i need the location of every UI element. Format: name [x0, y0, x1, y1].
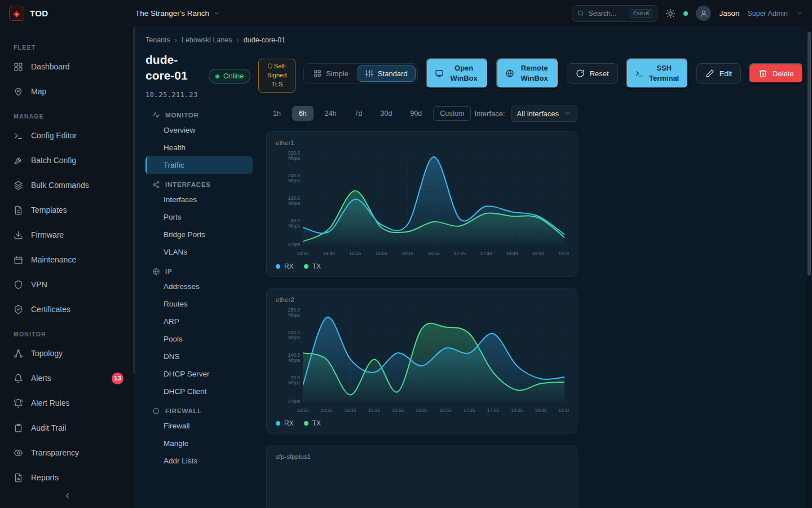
legend-label: RX: [284, 419, 294, 427]
window-scrollbar-thumb[interactable]: [807, 32, 811, 275]
chart-interface-title: sfp-sfpplus1: [276, 453, 568, 460]
sidebar-scrollbar-thumb[interactable]: [133, 27, 135, 374]
clipboard-icon: [14, 423, 23, 433]
svg-text:15:55: 15:55: [392, 408, 404, 413]
badge-check-icon: [14, 305, 23, 314]
delete-button[interactable]: Delete: [749, 63, 804, 84]
subnav-item-vlans[interactable]: VLANs: [145, 243, 253, 261]
subnav-section-interfaces: INTERFACES: [152, 181, 253, 189]
subnav-item-ports[interactable]: Ports: [145, 208, 253, 226]
remote-winbox-button[interactable]: Remote WinBox: [496, 58, 559, 89]
sidebar-item-reports[interactable]: Reports: [0, 465, 135, 490]
sidebar-item-config-editor[interactable]: Config Editor: [0, 123, 135, 148]
time-range-6h[interactable]: 6h: [292, 106, 314, 121]
subnav-item-health[interactable]: Health: [145, 139, 253, 156]
sidebar-item-certificates[interactable]: Certificates: [0, 297, 135, 322]
device-subnav: MONITOROverviewHealthTrafficINTERFACESIn…: [145, 104, 253, 508]
subnav-item-overview[interactable]: Overview: [145, 121, 253, 139]
view-mode-standard[interactable]: Standard: [358, 65, 416, 82]
subnav-item-addr-lists[interactable]: Addr Lists: [145, 452, 253, 470]
breadcrumb-item-lebowski-lanes[interactable]: Lebowski Lanes: [182, 36, 232, 44]
time-range-1h[interactable]: 1h: [266, 106, 288, 121]
sidebar-item-label: Certificates: [31, 305, 70, 314]
tenant-selector[interactable]: The Stranger's Ranch: [135, 9, 220, 17]
reset-button[interactable]: Reset: [567, 63, 618, 84]
svg-text:320.0Mbps: 320.0Mbps: [288, 150, 301, 161]
subnav-item-dhcp-server[interactable]: DHCP Server: [145, 365, 253, 383]
search-input[interactable]: [588, 10, 625, 17]
sidebar-item-label: Bulk Commands: [31, 181, 89, 190]
legend-dot-rx: [276, 264, 280, 269]
svg-text:18:25: 18:25: [511, 408, 523, 413]
subnav-item-pools[interactable]: Pools: [145, 330, 253, 348]
subnav-item-dns[interactable]: DNS: [145, 348, 253, 365]
ssh-terminal-button[interactable]: SSH Terminal: [626, 58, 689, 89]
sidebar-item-alerts[interactable]: Alerts13: [0, 366, 135, 391]
traffic-chart: 0 bps80.0Mbps160.0Mbps240.0Mbps320.0Mbps…: [276, 147, 569, 259]
sidebar-item-vpn[interactable]: VPN: [0, 272, 135, 297]
view-mode-toggle: Simple Standard: [303, 63, 418, 84]
sidebar-item-templates[interactable]: Templates: [0, 198, 135, 222]
edit-button[interactable]: Edit: [696, 63, 741, 84]
sidebar-item-maintenance[interactable]: Maintenance: [0, 247, 135, 272]
time-range-24h[interactable]: 24h: [318, 106, 343, 121]
brand: ◈ TOD: [9, 6, 135, 21]
sidebar-item-topology[interactable]: Topology: [0, 341, 135, 366]
legend-rx: RX: [276, 262, 294, 270]
download-icon: [14, 230, 23, 240]
topbar-right: Cmd+K Jason Super Admin: [572, 5, 803, 22]
subnav-item-routes[interactable]: Routes: [145, 295, 253, 313]
legend-dot-tx: [304, 264, 308, 269]
chevron-down-icon: [213, 10, 220, 17]
avatar[interactable]: [696, 6, 711, 21]
svg-text:14:25: 14:25: [321, 408, 333, 413]
interface-select[interactable]: All interfaces: [511, 106, 577, 122]
sidebar-item-audit-trail[interactable]: Audit Trail: [0, 415, 135, 440]
chart-legend: RXTX: [276, 419, 568, 427]
view-mode-simple[interactable]: Simple: [306, 65, 356, 82]
sidebar-item-dashboard[interactable]: Dashboard: [0, 54, 135, 79]
user-menu-chevron-icon[interactable]: [796, 10, 803, 17]
sliders-icon: [365, 69, 373, 77]
breadcrumb: Tenants›Lebowski Lanes›dude-core-01: [145, 36, 812, 44]
subnav-item-bridge-ports[interactable]: Bridge Ports: [145, 226, 253, 243]
sidebar-item-batch-config[interactable]: Batch Config: [0, 148, 135, 173]
breadcrumb-item-tenants[interactable]: Tenants: [145, 36, 170, 44]
svg-text:80.0Mbps: 80.0Mbps: [288, 218, 300, 229]
time-range-7d[interactable]: 7d: [348, 106, 369, 121]
global-search[interactable]: Cmd+K: [572, 5, 657, 22]
traffic-chart: 0 bps70.0Mbps140.0Mbps210.0Mbps280.0Mbps…: [276, 304, 569, 416]
subnav-item-firewall[interactable]: Firewall: [145, 417, 253, 435]
sidebar-item-transparency[interactable]: Transparency: [0, 440, 135, 465]
sidebar-item-label: Audit Trail: [31, 423, 66, 432]
subnav-item-dhcp-client[interactable]: DHCP Client: [145, 383, 253, 400]
traffic-chart-card-ether2: ether2 0 bps70.0Mbps140.0Mbps210.0Mbps28…: [266, 288, 577, 433]
open-winbox-button[interactable]: Open WinBox: [426, 58, 488, 89]
svg-text:14:25: 14:25: [297, 251, 309, 256]
subnav-item-addresses[interactable]: Addresses: [145, 278, 253, 295]
breadcrumb-separator: ›: [237, 36, 239, 44]
breadcrumb-item-dude-core-01[interactable]: dude-core-01: [244, 36, 285, 44]
remote-winbox-label: Remote WinBox: [519, 63, 550, 83]
alerts-count-badge: 13: [112, 373, 123, 384]
sidebar-item-bulk-commands[interactable]: Bulk Commands: [0, 173, 135, 198]
device-title-block: dude-core-01 10.25.211.23: [145, 52, 201, 99]
time-range-custom[interactable]: Custom: [433, 106, 471, 121]
app-name: TOD: [30, 8, 48, 18]
device-ip: 10.25.211.23: [145, 91, 201, 99]
subnav-item-interfaces[interactable]: Interfaces: [145, 191, 253, 208]
time-range-30d[interactable]: 30d: [374, 106, 399, 121]
theme-toggle-sun-icon[interactable]: [665, 8, 676, 19]
sidebar-collapse-button[interactable]: [55, 488, 80, 503]
subnav-item-mangle[interactable]: Mangle: [145, 435, 253, 452]
sidebar-item-alert-rules[interactable]: Alert Rules: [0, 391, 135, 415]
subnav-item-arp[interactable]: ARP: [145, 313, 253, 330]
topbar: ◈ TOD The Stranger's Ranch Cmd+K Jason S…: [0, 0, 812, 27]
subnav-item-traffic[interactable]: Traffic: [145, 156, 253, 174]
body-row: MONITOROverviewHealthTrafficINTERFACESIn…: [145, 104, 812, 508]
sidebar-item-map[interactable]: Map: [0, 79, 135, 104]
sidebar-item-firmware[interactable]: Firmware: [0, 222, 135, 247]
time-range-90d[interactable]: 90d: [403, 106, 429, 121]
interface-filter: Interface: All interfaces: [474, 106, 577, 122]
svg-text:0 bps: 0 bps: [288, 242, 300, 247]
